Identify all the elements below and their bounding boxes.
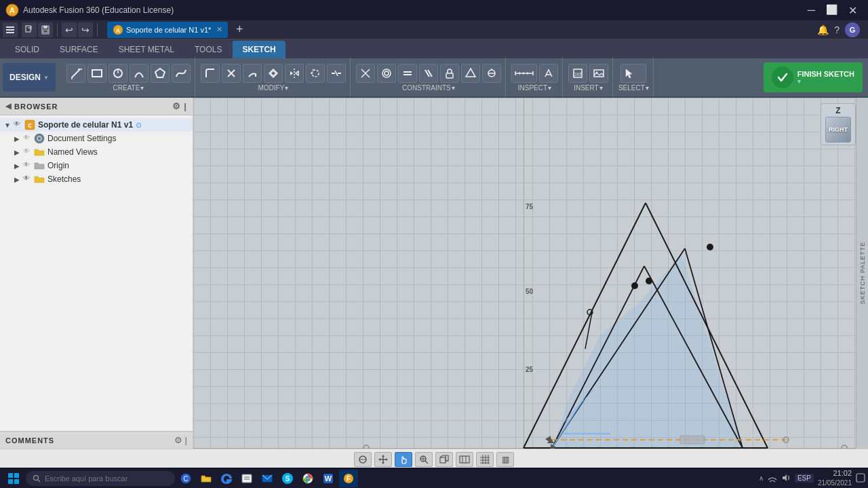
save-button[interactable] bbox=[38, 22, 53, 37]
help-icon[interactable]: ? bbox=[834, 24, 840, 35]
sketches-eye-icon[interactable]: 👁 bbox=[23, 174, 33, 184]
network-icon[interactable] bbox=[768, 473, 777, 484]
pan-button[interactable] bbox=[374, 452, 392, 467]
circular-pattern-tool[interactable] bbox=[306, 64, 325, 83]
inspect-label[interactable]: INSPECT ▾ bbox=[518, 84, 551, 92]
select-label[interactable]: SELECT ▾ bbox=[618, 84, 649, 92]
canvas-area[interactable]: 75 50 25 -100 -75 -60 bbox=[193, 98, 856, 449]
constraint-lock[interactable] bbox=[440, 64, 459, 83]
tab-sheet-metal[interactable]: SHEET METAL bbox=[109, 41, 184, 58]
root-collapse-arrow[interactable]: ▼ bbox=[3, 120, 12, 130]
select-tool[interactable] bbox=[620, 64, 646, 83]
break-tool[interactable] bbox=[327, 64, 346, 83]
taskbar-icon-files[interactable] bbox=[237, 470, 256, 487]
sketches-item[interactable]: ▶ 👁 Sketches bbox=[0, 172, 193, 186]
document-tab[interactable]: A Soporte de celular N1 v1* ✕ bbox=[107, 22, 228, 38]
new-tab-button[interactable]: + bbox=[232, 22, 247, 37]
taskbar-icon-chrome[interactable] bbox=[298, 470, 317, 487]
origin-item[interactable]: ▶ 👁 Origin bbox=[0, 159, 193, 172]
line-tool[interactable] bbox=[66, 64, 85, 83]
app-menu-icon[interactable] bbox=[3, 22, 18, 37]
undo-button[interactable]: ↩ bbox=[62, 22, 77, 37]
tab-surface[interactable]: SURFACE bbox=[50, 41, 108, 58]
rectangle-tool[interactable] bbox=[87, 64, 106, 83]
notification-center-icon[interactable] bbox=[856, 473, 865, 484]
insert-dxf[interactable]: DXF bbox=[568, 64, 587, 83]
notification-icon[interactable]: 🔔 bbox=[817, 24, 829, 35]
constraint-concentric[interactable] bbox=[377, 64, 396, 83]
language-indicator[interactable]: ESP bbox=[795, 474, 814, 483]
comments-settings-icon[interactable]: ⚙ bbox=[174, 435, 182, 445]
offset-tool[interactable] bbox=[264, 64, 283, 83]
fillet-tool[interactable] bbox=[201, 64, 220, 83]
orientation-cube[interactable]: Z RIGHT bbox=[821, 103, 856, 145]
origin-arrow[interactable]: ▶ bbox=[12, 161, 22, 170]
user-avatar[interactable]: G bbox=[845, 22, 860, 37]
tab-sketch[interactable]: SKETCH bbox=[233, 41, 285, 58]
constraint-equal[interactable] bbox=[398, 64, 417, 83]
named-views-arrow[interactable]: ▶ bbox=[12, 147, 22, 157]
root-eye-icon[interactable]: 👁 bbox=[14, 120, 23, 130]
taskbar-icon-skype[interactable]: S bbox=[278, 470, 297, 487]
sidebar-resize-icon[interactable]: | bbox=[184, 101, 187, 111]
view-sketch-dims[interactable] bbox=[539, 64, 558, 83]
grid-settings-button[interactable] bbox=[476, 452, 494, 467]
constraint-tangent[interactable] bbox=[461, 64, 480, 83]
collapse-sidebar-icon[interactable]: ◀ bbox=[5, 102, 12, 111]
trim-tool[interactable] bbox=[222, 64, 241, 83]
doc-tab-close-icon[interactable]: ✕ bbox=[216, 25, 222, 34]
sidebar-settings-icon[interactable]: ⚙ bbox=[172, 101, 181, 111]
titlebar: A Autodesk Fusion 360 (Education License… bbox=[0, 0, 868, 20]
hand-tool-button[interactable] bbox=[395, 452, 412, 467]
extend-tool[interactable] bbox=[243, 64, 262, 83]
constraint-coincident[interactable] bbox=[356, 64, 375, 83]
view-cube-button[interactable] bbox=[435, 452, 453, 467]
maximize-button[interactable]: ⬜ bbox=[826, 4, 837, 17]
finish-sketch-button[interactable]: FINISH SKETCH ▾ bbox=[764, 62, 863, 92]
constraint-midpoint[interactable] bbox=[482, 64, 501, 83]
search-bar[interactable]: Escribe aquí para buscar bbox=[26, 471, 175, 486]
doc-settings-arrow[interactable]: ▶ bbox=[12, 134, 22, 143]
tree-root-item[interactable]: ▼ 👁 c Soporte de celular N1 v1 ⊙ bbox=[0, 118, 193, 132]
constraint-parallel[interactable] bbox=[419, 64, 438, 83]
design-dropdown[interactable]: DESIGN ▼ bbox=[3, 63, 56, 92]
tray-expand-icon[interactable]: ∧ bbox=[759, 474, 764, 482]
circle-tool[interactable] bbox=[108, 64, 127, 83]
new-button[interactable] bbox=[22, 22, 37, 37]
taskbar-icon-edge[interactable] bbox=[217, 470, 236, 487]
taskbar-icon-cortana[interactable]: C bbox=[176, 470, 195, 487]
minimize-button[interactable]: ─ bbox=[808, 4, 815, 17]
insert-image[interactable] bbox=[589, 64, 608, 83]
date-display: 21/05/2021 bbox=[818, 478, 852, 488]
measure-tool[interactable] bbox=[511, 64, 537, 83]
clock[interactable]: 21:02 21/05/2021 bbox=[818, 468, 852, 488]
create-label[interactable]: CREATE ▾ bbox=[113, 84, 144, 92]
zoom-fit-button[interactable] bbox=[415, 452, 433, 467]
volume-icon[interactable] bbox=[781, 473, 791, 484]
arc-tool[interactable] bbox=[130, 64, 149, 83]
orbit-button[interactable] bbox=[354, 452, 372, 467]
close-button[interactable]: ✕ bbox=[848, 4, 857, 17]
document-settings-item[interactable]: ▶ 👁 Document Settings bbox=[0, 132, 193, 145]
spline-tool[interactable] bbox=[172, 64, 191, 83]
comments-resize-icon[interactable]: | bbox=[185, 435, 187, 445]
taskbar-icon-explorer[interactable] bbox=[197, 470, 216, 487]
constraints-label[interactable]: CONSTRAINTS ▾ bbox=[402, 84, 455, 92]
start-button[interactable] bbox=[3, 470, 24, 487]
tab-tools[interactable]: TOOLS bbox=[185, 41, 231, 58]
mirror-tool[interactable] bbox=[285, 64, 304, 83]
sketches-arrow[interactable]: ▶ bbox=[12, 174, 22, 184]
display-settings-button[interactable] bbox=[456, 452, 473, 467]
tab-solid[interactable]: SOLID bbox=[5, 41, 49, 58]
taskbar-icon-mail[interactable] bbox=[258, 470, 277, 487]
taskbar-icon-word[interactable]: W bbox=[319, 470, 338, 487]
snapping-button[interactable]: ▥ bbox=[496, 452, 514, 467]
insert-label[interactable]: INSERT ▾ bbox=[574, 84, 603, 92]
named-views-item[interactable]: ▶ 👁 Named Views bbox=[0, 145, 193, 159]
redo-button[interactable]: ↪ bbox=[78, 22, 93, 37]
root-activate-icon[interactable]: ⊙ bbox=[136, 121, 142, 130]
sketch-palette-panel[interactable]: SKETCH PALETTE bbox=[856, 98, 868, 449]
taskbar-icon-fusion[interactable]: F bbox=[339, 470, 358, 487]
polygon-tool[interactable] bbox=[151, 64, 170, 83]
modify-label[interactable]: MODIFY ▾ bbox=[258, 84, 288, 92]
